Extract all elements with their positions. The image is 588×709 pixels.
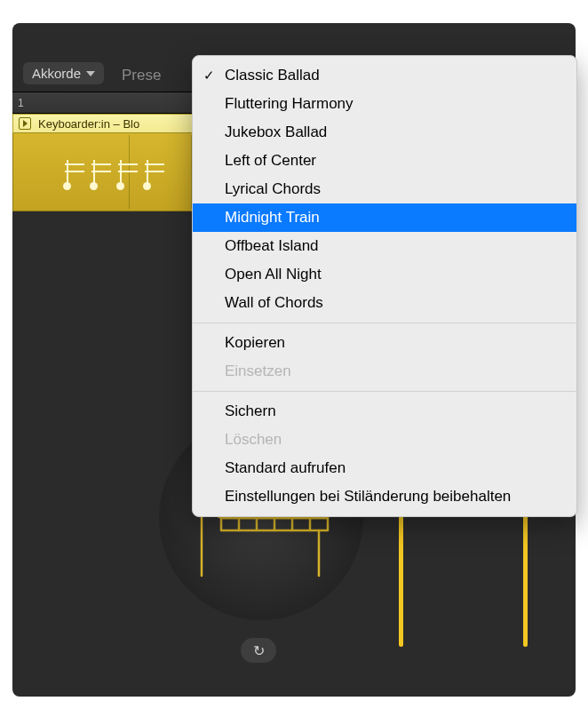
menu-item-classic-ballad[interactable]: ✓ Classic Ballad bbox=[193, 61, 576, 90]
menu-separator bbox=[193, 323, 576, 323]
menu-item-jukebox-ballad[interactable]: Jukebox Ballad bbox=[193, 118, 576, 147]
ruler-position: 1 bbox=[18, 97, 24, 109]
menu-item-label: Classic Ballad bbox=[225, 67, 320, 84]
menu-item-label: Löschen bbox=[225, 431, 282, 449]
menu-item-label: Lyrical Chords bbox=[225, 180, 321, 198]
menu-item-label: Sichern bbox=[225, 402, 276, 420]
slider-2[interactable] bbox=[523, 500, 528, 647]
menu-item-default[interactable]: Standard aufrufen bbox=[193, 454, 576, 482]
reset-icon: ↻ bbox=[253, 642, 265, 659]
akkorde-label: Akkorde bbox=[32, 66, 81, 81]
reset-button[interactable]: ↻ bbox=[241, 638, 276, 663]
menu-item-offbeat-island[interactable]: Offbeat Island bbox=[193, 232, 576, 260]
preset-dropdown-label[interactable]: Prese bbox=[122, 67, 161, 84]
chevron-down-icon bbox=[86, 71, 95, 76]
menu-separator bbox=[193, 391, 576, 392]
akkorde-dropdown[interactable]: Akkorde bbox=[23, 62, 104, 84]
play-icon[interactable] bbox=[19, 117, 31, 130]
checkmark-icon: ✓ bbox=[203, 68, 215, 84]
menu-item-label: Midnight Train bbox=[225, 209, 320, 227]
menu-item-save[interactable]: Sichern bbox=[193, 397, 576, 426]
menu-item-midnight-train[interactable]: Midnight Train bbox=[193, 203, 576, 232]
menu-item-copy[interactable]: Kopieren bbox=[193, 329, 576, 357]
menu-item-label: Einsetzen bbox=[225, 362, 291, 380]
menu-item-paste: Einsetzen bbox=[193, 357, 576, 386]
menu-item-open-all-night[interactable]: Open All Night bbox=[193, 260, 576, 289]
menu-item-label: Offbeat Island bbox=[225, 237, 319, 255]
menu-item-label: Fluttering Harmony bbox=[225, 95, 354, 113]
midi-notes bbox=[67, 160, 148, 187]
menu-item-label: Einstellungen bei Stiländerung beibehalt… bbox=[225, 488, 511, 506]
slider-1[interactable] bbox=[399, 500, 403, 647]
menu-item-label: Wall of Chords bbox=[225, 294, 323, 312]
menu-item-wall-of-chords[interactable]: Wall of Chords bbox=[193, 289, 576, 317]
menu-item-delete: Löschen bbox=[193, 426, 576, 454]
menu-item-lyrical-chords[interactable]: Lyrical Chords bbox=[193, 175, 576, 203]
menu-item-label: Open All Night bbox=[225, 266, 322, 283]
menu-item-label: Standard aufrufen bbox=[225, 459, 346, 477]
preset-menu: ✓ Classic Ballad Fluttering Harmony Juke… bbox=[192, 55, 577, 517]
menu-item-fluttering-harmony[interactable]: Fluttering Harmony bbox=[193, 90, 576, 118]
menu-item-keep-settings[interactable]: Einstellungen bei Stiländerung beibehalt… bbox=[193, 482, 576, 511]
menu-item-label: Left of Center bbox=[225, 152, 316, 170]
menu-item-left-of-center[interactable]: Left of Center bbox=[193, 147, 576, 175]
menu-item-label: Jukebox Ballad bbox=[225, 123, 327, 141]
menu-item-label: Kopieren bbox=[225, 334, 285, 352]
region-title: Keyboarder:in – Blo bbox=[38, 117, 139, 131]
